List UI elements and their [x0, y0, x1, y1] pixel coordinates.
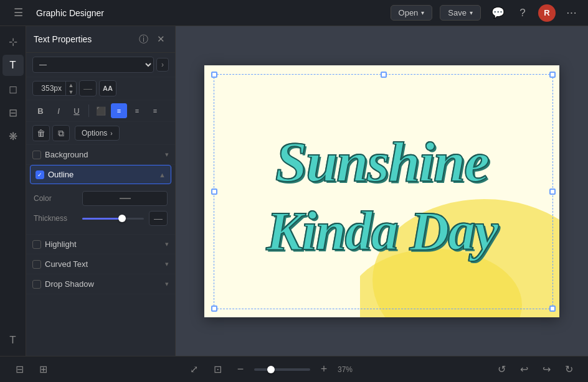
thickness-thumb[interactable]	[118, 215, 126, 222]
panel-header: Text Properties ⓘ ✕	[26, 26, 175, 53]
align-right-button[interactable]: ≡	[129, 103, 145, 118]
font-select[interactable]: —	[32, 57, 154, 73]
highlight-section[interactable]: Highlight ▾	[26, 235, 175, 254]
outline-chevron: ▲	[159, 171, 166, 179]
background-chevron: ▾	[165, 151, 169, 159]
redo-button[interactable]: ↪	[537, 360, 556, 379]
history-button[interactable]: ↺	[492, 360, 511, 379]
align-center-button[interactable]: ≡	[111, 103, 127, 118]
thickness-label: Thickness	[34, 214, 77, 223]
size-dash-button[interactable]: —	[79, 80, 97, 96]
curved-text-label: Curved Text	[45, 259, 161, 269]
undo-button[interactable]: ↩	[514, 360, 533, 379]
left-toolbar: ⊹ T ◻ ⊟ ❋ T	[0, 26, 26, 356]
underline-button[interactable]: U	[69, 103, 85, 118]
help-icon[interactable]: ?	[513, 4, 532, 22]
chat-icon[interactable]: 💬	[488, 4, 507, 22]
open-button[interactable]: Open ▾	[391, 5, 433, 21]
zoom-thumb[interactable]	[267, 366, 275, 373]
delete-button[interactable]: 🗑	[32, 125, 50, 141]
size-spinners: ▲ ▼	[65, 82, 76, 95]
size-aa-button[interactable]: AA	[99, 80, 116, 96]
panel-title: Text Properties	[34, 34, 133, 44]
background-checkbox[interactable]	[32, 151, 41, 159]
more-icon[interactable]: ⋯	[562, 4, 581, 22]
curved-text-section[interactable]: Curved Text ▾	[26, 254, 175, 274]
size-input[interactable]	[33, 82, 65, 95]
align-left-button[interactable]: ⬛	[93, 103, 109, 118]
save-button[interactable]: Save ▾	[440, 5, 481, 21]
drop-shadow-section[interactable]: Drop Shadow ▾	[26, 274, 175, 294]
color-row: Color	[34, 188, 168, 209]
drop-shadow-label: Drop Shadow	[45, 279, 161, 289]
avatar[interactable]: R	[538, 4, 556, 22]
menu-icon[interactable]: ☰	[7, 2, 29, 24]
zoom-out-button[interactable]: −	[232, 361, 249, 378]
canvas-frame[interactable]: Sunshine Kinda Day	[204, 65, 559, 317]
color-dash-line	[120, 198, 131, 199]
curved-text-chevron: ▾	[165, 260, 169, 268]
background-section[interactable]: Background ▾	[26, 145, 175, 165]
properties-panel: Text Properties ⓘ ✕ — › ▲ ▼ — AA	[26, 26, 176, 356]
canvas-text-group: Sunshine Kinda Day	[204, 74, 559, 317]
bottom-center: ⤢ ⊡ − + 37%	[59, 360, 486, 379]
format-row: B I U ⬛ ≡ ≡ ≡	[26, 100, 175, 122]
grid-toggle-button[interactable]: ⊞	[34, 360, 52, 379]
assets-tool[interactable]: ❋	[2, 126, 24, 147]
options-button[interactable]: Options ›	[75, 126, 120, 141]
fit-screen-button[interactable]: ⤢	[184, 360, 203, 379]
zoom-in-button[interactable]: +	[315, 361, 333, 378]
background-label: Background	[45, 150, 161, 159]
highlight-checkbox[interactable]	[32, 240, 41, 249]
drop-shadow-checkbox[interactable]	[32, 280, 41, 289]
size-input-wrap: ▲ ▼	[32, 81, 77, 96]
select-tool[interactable]: ⊹	[2, 31, 24, 52]
text-tool[interactable]: T	[2, 55, 24, 76]
actions-row: 🗑 ⧉ Options ›	[26, 122, 175, 145]
layers-toggle-button[interactable]: ⊟	[10, 360, 29, 379]
highlight-label: Highlight	[45, 240, 161, 249]
canvas-area: Sunshine Kinda Day	[176, 26, 588, 356]
align-justify-button[interactable]: ≡	[147, 103, 163, 118]
bottom-left: ⊟ ⊞	[10, 360, 52, 379]
curved-text-checkbox[interactable]	[32, 260, 41, 269]
duplicate-button[interactable]: ⧉	[52, 125, 70, 141]
canvas-workspace[interactable]: Sunshine Kinda Day	[176, 26, 588, 356]
font-arrow-button[interactable]: ›	[156, 58, 169, 72]
color-picker-button[interactable]	[82, 191, 168, 206]
outline-section[interactable]: ✓ Outline ▲	[30, 165, 171, 184]
zoom-percent: 37%	[338, 365, 360, 374]
outline-expanded: Color Thickness —	[26, 184, 175, 235]
font-row: — ›	[26, 53, 175, 77]
layers-tool[interactable]: ⊟	[2, 102, 24, 123]
bottom-right: ↺ ↩ ↪ ↻	[492, 360, 578, 379]
italic-button[interactable]: I	[50, 103, 67, 118]
typography-tool[interactable]: T	[2, 330, 24, 351]
size-up-button[interactable]: ▲	[66, 82, 76, 88]
text-line-2[interactable]: Kinda Day	[267, 200, 498, 263]
zoom-slider[interactable]	[254, 368, 310, 371]
reset-button[interactable]: ↻	[559, 360, 578, 379]
color-label: Color	[34, 194, 77, 203]
info-button[interactable]: ⓘ	[136, 32, 150, 46]
crop-button[interactable]: ⊡	[208, 360, 227, 379]
thickness-dash-button[interactable]: —	[149, 211, 168, 226]
bold-button[interactable]: B	[32, 103, 49, 118]
shapes-tool[interactable]: ◻	[2, 78, 24, 100]
topbar-icons: 💬 ? R ⋯	[488, 4, 581, 22]
size-row: ▲ ▼ — AA	[26, 77, 175, 100]
text-line-1[interactable]: Sunshine	[275, 129, 488, 195]
app-title: Graphic Designer	[36, 8, 383, 18]
thickness-slider[interactable]	[82, 212, 144, 225]
outline-checkbox[interactable]: ✓	[36, 170, 44, 179]
size-down-button[interactable]: ▼	[66, 88, 76, 95]
outline-label: Outline	[48, 170, 155, 179]
close-panel-button[interactable]: ✕	[154, 32, 168, 46]
highlight-chevron: ▾	[165, 240, 169, 248]
drop-shadow-chevron: ▾	[165, 280, 169, 288]
bottom-bar: ⊟ ⊞ ⤢ ⊡ − + 37% ↺ ↩ ↪ ↻	[0, 356, 588, 382]
main-layout: ⊹ T ◻ ⊟ ❋ T Text Properties ⓘ ✕ — › ▲	[0, 26, 588, 356]
thickness-row: Thickness —	[34, 209, 168, 228]
thickness-fill	[82, 218, 122, 220]
thickness-track	[82, 218, 144, 220]
